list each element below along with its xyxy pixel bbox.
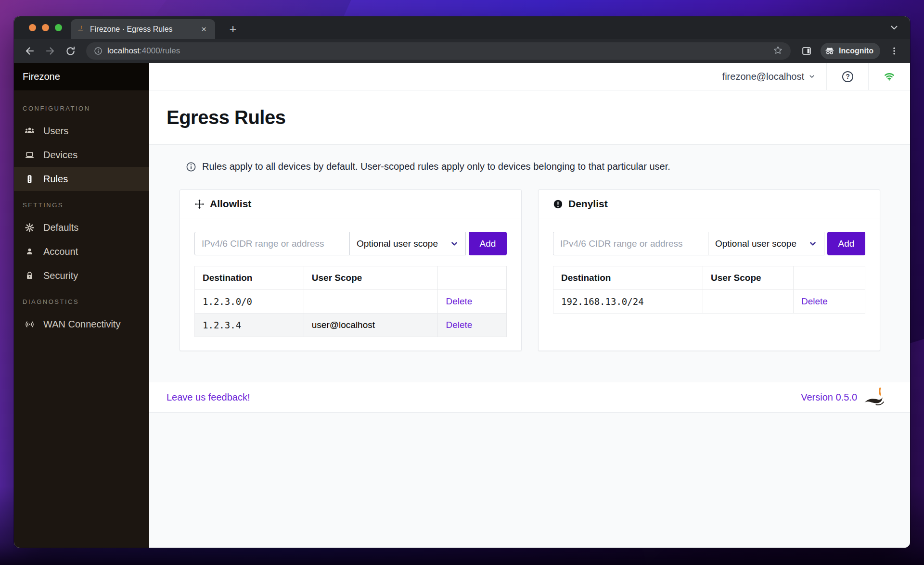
chevron-down-icon [808, 73, 816, 80]
desktop-wallpaper: Firezone · Egress Rules × + localhost:40… [0, 0, 924, 565]
destination-cell: 1.2.3.4 [195, 314, 304, 337]
wifi-icon [883, 70, 896, 83]
tab-close-icon[interactable]: × [198, 24, 209, 35]
allowlist-cidr-input[interactable] [194, 232, 350, 255]
account-menu[interactable]: firezone@localhost [712, 63, 826, 90]
brand-logo[interactable]: Firezone [14, 63, 149, 90]
site-info-icon[interactable] [94, 47, 103, 55]
bookmark-star-icon[interactable] [773, 45, 783, 57]
info-text: Rules apply to all devices by default. U… [202, 161, 670, 172]
allowlist-header: Allowlist [180, 190, 521, 218]
connectivity-indicator[interactable] [869, 63, 910, 90]
arrows-move-icon [194, 199, 205, 209]
column-header-actions [793, 266, 865, 290]
signal-icon [25, 319, 35, 329]
users-icon [25, 126, 35, 136]
app-root: Firezone CONFIGURATION Users [14, 63, 910, 548]
url-text: localhost:4000/rules [107, 46, 180, 56]
sidebar-item-users[interactable]: Users [14, 119, 149, 143]
table-row: 192.168.13.0/24 Delete [553, 290, 865, 314]
sidebar-section-configuration: CONFIGURATION [23, 105, 149, 112]
allowlist-user-scope-select[interactable]: Optional user scope [350, 232, 466, 255]
denylist-title: Denylist [568, 198, 608, 210]
incognito-icon [824, 46, 835, 56]
browser-tab[interactable]: Firezone · Egress Rules × [71, 19, 215, 39]
sidebar-item-devices[interactable]: Devices [14, 143, 149, 167]
browser-window: Firezone · Egress Rules × + localhost:40… [14, 16, 910, 548]
incognito-label: Incognito [839, 47, 873, 55]
forward-button[interactable] [41, 42, 59, 60]
account-email: firezone@localhost [722, 71, 804, 82]
allowlist-add-button[interactable]: Add [469, 232, 507, 255]
help-button[interactable]: ? [827, 63, 868, 90]
sidebar-item-account[interactable]: Account [14, 239, 149, 264]
user-scope-value: Optional user scope [357, 239, 438, 249]
rule-cards: Allowlist Optional user scope Add [149, 189, 910, 351]
firezone-logo [863, 386, 893, 408]
sidebar-item-wan-connectivity[interactable]: WAN Connectivity [14, 312, 149, 336]
destination-cell: 1.2.3.0/0 [195, 290, 304, 314]
allowlist-card: Allowlist Optional user scope Add [180, 189, 522, 351]
info-banner: Rules apply to all devices by default. U… [186, 161, 910, 172]
denylist-form: Optional user scope Add [553, 232, 865, 255]
page-title-section: Egress Rules [149, 90, 910, 145]
destination-cell: 192.168.13.0/24 [553, 290, 703, 314]
chevron-down-icon [808, 239, 817, 248]
firezone-favicon-icon [77, 25, 85, 34]
chevron-down-icon [450, 239, 459, 248]
sidebar-nav: CONFIGURATION Users [14, 90, 149, 336]
table-row: 1.2.3.4 user@localhost Delete [195, 314, 507, 337]
reload-button[interactable] [61, 42, 79, 60]
sidebar-item-defaults[interactable]: Defaults [14, 215, 149, 239]
sidebar-item-label: Defaults [43, 222, 78, 233]
help-icon: ? [841, 70, 854, 83]
denylist-table: Destination User Scope 192.168.13.0/24 [553, 266, 865, 314]
person-icon [25, 247, 35, 257]
svg-text:?: ? [846, 73, 850, 80]
denylist-add-button[interactable]: Add [827, 232, 865, 255]
delete-link[interactable]: Delete [446, 296, 472, 306]
table-row: 1.2.3.0/0 Delete [195, 290, 507, 314]
new-tab-button[interactable]: + [225, 21, 241, 37]
window-minimize-button[interactable] [42, 24, 49, 31]
address-bar[interactable]: localhost:4000/rules [86, 42, 791, 60]
denylist-cidr-input[interactable] [553, 232, 708, 255]
user-scope-cell [703, 290, 794, 314]
delete-link[interactable]: Delete [801, 296, 828, 306]
allowlist-table: Destination User Scope 1.2.3.0/0 [194, 266, 507, 337]
denylist-user-scope-select[interactable]: Optional user scope [708, 232, 824, 255]
sidebar-section-diagnostics: DIAGNOSTICS [23, 298, 149, 305]
back-button[interactable] [21, 42, 39, 60]
sidebar-item-security[interactable]: Security [14, 264, 149, 288]
window-zoom-button[interactable] [55, 24, 62, 31]
delete-link[interactable]: Delete [446, 320, 472, 330]
feedback-link[interactable]: Leave us feedback! [167, 392, 250, 402]
tab-strip: Firezone · Egress Rules × + [14, 16, 910, 39]
info-icon [186, 162, 196, 172]
lock-icon [25, 271, 35, 281]
user-scope-cell: user@localhost [304, 314, 438, 337]
circle-exclamation-icon [553, 199, 563, 209]
sidebar-item-rules[interactable]: Rules [14, 167, 149, 191]
laptop-icon [25, 150, 35, 160]
side-panel-icon[interactable] [797, 42, 816, 60]
version-link[interactable]: Version 0.5.0 [801, 392, 857, 403]
allowlist-form: Optional user scope Add [194, 232, 507, 255]
sidebar-item-label: Rules [43, 174, 68, 185]
tab-search-chevron-icon[interactable] [889, 22, 899, 35]
browser-toolbar: localhost:4000/rules Incognito [14, 39, 910, 63]
sidebar-item-label: WAN Connectivity [43, 319, 120, 330]
sidebar: Firezone CONFIGURATION Users [14, 63, 149, 548]
denylist-card: Denylist Optional user scope Add [538, 189, 880, 351]
allowlist-title: Allowlist [210, 198, 251, 210]
window-close-button[interactable] [29, 24, 36, 31]
column-header-destination: Destination [553, 266, 703, 290]
browser-menu-icon[interactable] [885, 42, 903, 60]
gear-icon [25, 223, 35, 233]
column-header-user-scope: User Scope [304, 266, 438, 290]
sidebar-section-settings: SETTINGS [23, 201, 149, 209]
traffic-light-icon [25, 174, 35, 184]
page-content: Rules apply to all devices by default. U… [149, 145, 910, 548]
page-title: Egress Rules [167, 107, 285, 128]
user-scope-value: Optional user scope [715, 239, 796, 249]
